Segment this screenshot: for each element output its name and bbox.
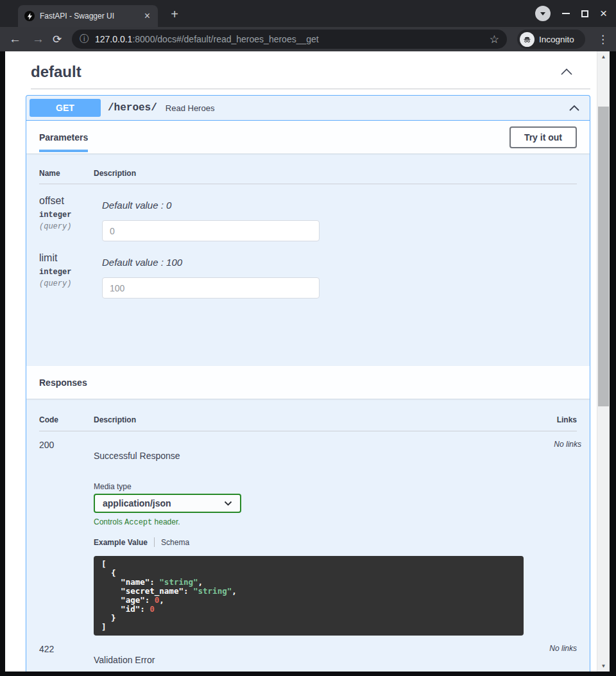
operation-summary[interactable]: GET /heroes/ Read Heroes [26, 96, 590, 121]
response-code: 422 [39, 644, 94, 665]
get-heroes-opblock: GET /heroes/ Read Heroes Parameters Try … [26, 95, 590, 672]
forward-button[interactable]: → [32, 27, 44, 51]
tab-strip: FastAPI - Swagger UI × + × [0, 0, 616, 27]
section-collapse-icon[interactable] [560, 67, 574, 76]
example-json-block[interactable]: [ { "name": "string", "secret_name": "st… [94, 556, 524, 636]
param-col-name: Name [39, 169, 94, 178]
new-tab-button[interactable]: + [167, 7, 182, 22]
default-section-header[interactable]: default [31, 59, 590, 89]
scroll-down-icon[interactable]: ▼ [597, 663, 610, 669]
chevron-down-icon [540, 12, 545, 15]
tab-divider [154, 537, 155, 547]
incognito-icon [520, 32, 535, 47]
media-type-select[interactable]: application/json [94, 494, 241, 513]
back-button[interactable]: ← [9, 27, 21, 51]
param-name: limit [39, 252, 94, 264]
parameters-header: Parameters Try it out [26, 121, 590, 153]
window-menu-button[interactable] [535, 6, 551, 21]
maximize-button[interactable] [581, 10, 588, 17]
browser-toolbar: ← → ⟳ ⓘ 127.0.0.1:8000/docs#/default/rea… [0, 27, 616, 51]
minimize-button[interactable] [562, 13, 570, 14]
response-links: No links [524, 440, 581, 636]
url-path: :8000/docs#/default/read_heroes_heroes__… [132, 34, 318, 44]
media-type-label: Media type [94, 482, 524, 491]
media-type-value: application/json [103, 498, 171, 508]
scrollbar-thumb[interactable] [598, 107, 609, 406]
resp-col-description: Description [94, 415, 519, 424]
url-host: 127.0.0.1 [95, 34, 132, 44]
tab-close-icon[interactable]: × [143, 11, 151, 21]
select-chevron-down-icon [224, 501, 232, 506]
page-scrollbar[interactable]: ▲ ▼ [597, 51, 610, 672]
page-content: default GET /heroes/ Read Heroes Paramet… [5, 51, 610, 672]
param-col-description: Description [94, 169, 577, 178]
responses-header: Responses [26, 366, 590, 399]
param-name: offset [39, 195, 94, 207]
response-links: No links [519, 644, 577, 665]
responses-table: Code Description Links 200 Successful Re… [26, 399, 590, 672]
param-location: (query) [39, 222, 94, 231]
responses-heading: Responses [39, 377, 87, 388]
endpoint-summary: Read Heroes [166, 103, 215, 113]
address-bar[interactable]: ⓘ 127.0.0.1:8000/docs#/default/read_hero… [72, 30, 507, 49]
url-text: 127.0.0.1:8000/docs#/default/read_heroes… [95, 34, 319, 44]
param-default-label: Default value : 0 [102, 200, 577, 211]
param-row-limit: limit integer (query) Default value : 10… [39, 241, 577, 299]
controls-accept-note: Controls Accept header. [94, 517, 524, 527]
operation-collapse-icon[interactable] [569, 104, 580, 112]
incognito-badge: Incognito [517, 30, 585, 49]
tab-title: FastAPI - Swagger UI [40, 12, 143, 21]
param-default-label: Default value : 100 [102, 257, 577, 268]
scroll-up-icon[interactable]: ▲ [597, 54, 610, 60]
tab-example-value[interactable]: Example Value [94, 538, 148, 547]
browser-menu-icon[interactable]: ⋮ [594, 27, 612, 51]
resp-col-links: Links [519, 415, 577, 424]
param-row-offset: offset integer (query) Default value : 0 [39, 184, 577, 241]
response-row-422: 422 Validation Error No links [39, 636, 577, 665]
page-title: default [31, 63, 81, 81]
response-row-200: 200 Successful Response Media type appli… [39, 431, 577, 636]
site-info-icon[interactable]: ⓘ [80, 33, 89, 45]
model-example-tabs: Example Value Schema [94, 537, 524, 547]
fastapi-favicon-icon [24, 11, 35, 21]
reload-button[interactable]: ⟳ [53, 27, 62, 51]
parameters-table: Name Description offset integer (query) … [26, 153, 590, 366]
response-description: Validation Error [94, 655, 519, 665]
browser-window: FastAPI - Swagger UI × + × ← → ⟳ ⓘ 127.0… [0, 0, 616, 676]
response-description: Successful Response [94, 451, 524, 461]
try-it-out-button[interactable]: Try it out [509, 126, 577, 148]
param-type: integer [39, 268, 94, 277]
incognito-label: Incognito [539, 35, 574, 44]
response-code: 200 [39, 440, 94, 636]
browser-tab[interactable]: FastAPI - Swagger UI × [18, 5, 158, 27]
close-window-button[interactable]: × [600, 8, 607, 19]
offset-input[interactable] [102, 220, 320, 241]
bookmark-star-icon[interactable]: ☆ [490, 33, 499, 46]
param-location: (query) [39, 279, 94, 288]
limit-input[interactable] [102, 277, 320, 299]
resp-col-code: Code [39, 415, 94, 424]
http-method-badge: GET [30, 99, 101, 117]
tab-parameters[interactable]: Parameters [39, 132, 88, 143]
param-type: integer [39, 211, 94, 220]
endpoint-path: /heroes/ [108, 102, 157, 114]
tab-schema[interactable]: Schema [161, 538, 189, 547]
